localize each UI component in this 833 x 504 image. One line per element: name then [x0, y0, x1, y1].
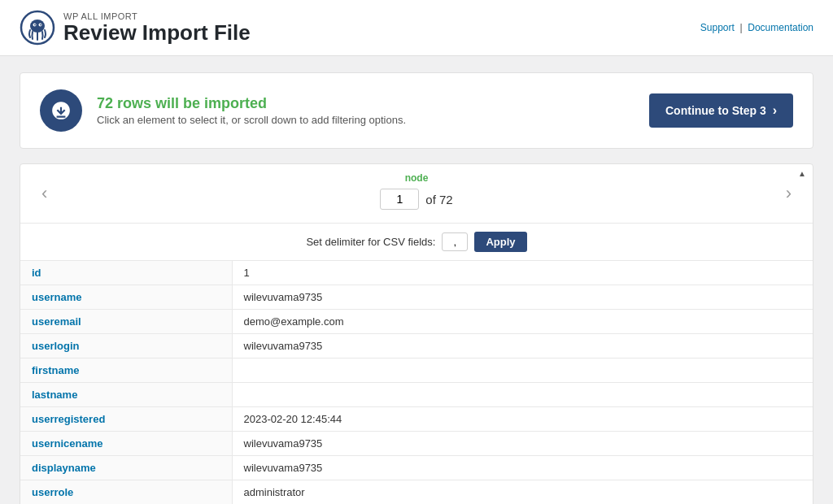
- review-panel: ▲ node ‹ of 72 › Set delimiter for CSV f…: [20, 163, 813, 504]
- table-row: username wilevuvama9735: [20, 285, 813, 310]
- table-row: displayname wilevuvama9735: [20, 456, 813, 480]
- svg-point-1: [30, 20, 45, 33]
- import-icon-circle: [40, 89, 82, 132]
- table-row: id 1: [20, 261, 813, 285]
- table-row: lastname: [20, 383, 813, 407]
- field-value: [232, 383, 813, 407]
- plugin-name: WP ALL IMPORT: [63, 11, 251, 21]
- logo-area: WP ALL IMPORT Review Import File: [20, 10, 251, 46]
- field-value: 1: [232, 261, 813, 285]
- field-name: useremail: [20, 310, 232, 334]
- main-content: 72 rows will be imported Click an elemen…: [0, 56, 833, 504]
- rows-count: 72 rows will be imported: [97, 95, 406, 112]
- logo-text: WP ALL IMPORT Review Import File: [63, 11, 251, 45]
- delimiter-label: Set delimiter for CSV fields:: [306, 236, 435, 248]
- top-header: WP ALL IMPORT Review Import File Support…: [0, 0, 833, 56]
- svg-point-5: [40, 24, 41, 26]
- field-value: [232, 358, 813, 383]
- table-row: userrole administrator: [20, 480, 813, 505]
- prev-page-button[interactable]: ‹: [33, 181, 55, 206]
- field-value: administrator: [232, 480, 813, 505]
- field-name: displayname: [20, 456, 232, 480]
- support-link[interactable]: Support: [700, 22, 735, 33]
- total-pages-text: of 72: [425, 193, 452, 206]
- table-row: usernicename wilevuvama9735: [20, 432, 813, 456]
- next-page-button[interactable]: ›: [778, 181, 800, 206]
- table-row: useremail demo@example.com: [20, 310, 813, 334]
- field-name: userregistered: [20, 407, 232, 432]
- field-value: wilevuvama9735: [232, 432, 813, 456]
- apply-button[interactable]: Apply: [474, 232, 526, 252]
- download-icon: [50, 100, 72, 121]
- field-name: firstname: [20, 358, 232, 383]
- node-label: node: [405, 172, 429, 184]
- header-links: Support | Documentation: [700, 22, 813, 33]
- nav-row: node ‹ of 72 ›: [20, 164, 813, 224]
- continue-to-step3-button[interactable]: Continue to Step 3 ›: [649, 93, 793, 128]
- field-value: 2023-02-20 12:45:44: [232, 407, 813, 432]
- data-table: id 1 username wilevuvama9735 useremail d…: [20, 261, 813, 504]
- field-value: wilevuvama9735: [232, 334, 813, 358]
- page-nav: of 72: [380, 189, 452, 210]
- page-number-input[interactable]: [380, 189, 419, 210]
- page-title: Review Import File: [63, 21, 251, 45]
- delimiter-row: Set delimiter for CSV fields: Apply: [20, 224, 813, 261]
- table-row: userregistered 2023-02-20 12:45:44: [20, 407, 813, 432]
- banner-left: 72 rows will be imported Click an elemen…: [40, 89, 406, 132]
- field-value: wilevuvama9735: [232, 456, 813, 480]
- field-name: userrole: [20, 480, 232, 505]
- field-name: userlogin: [20, 334, 232, 358]
- rows-sub: Click an element to select it, or scroll…: [97, 114, 406, 126]
- logo-icon: [20, 10, 55, 46]
- field-value: demo@example.com: [232, 310, 813, 334]
- table-row: userlogin wilevuvama9735: [20, 334, 813, 358]
- field-value: wilevuvama9735: [232, 285, 813, 310]
- banner-text: 72 rows will be imported Click an elemen…: [97, 95, 406, 126]
- arrow-right-icon: ›: [773, 103, 777, 118]
- field-name: username: [20, 285, 232, 310]
- documentation-link[interactable]: Documentation: [748, 22, 813, 33]
- field-name: usernicename: [20, 432, 232, 456]
- info-banner: 72 rows will be imported Click an elemen…: [20, 72, 813, 149]
- field-name: id: [20, 261, 232, 285]
- table-row: firstname: [20, 358, 813, 383]
- svg-point-4: [34, 24, 36, 26]
- delimiter-input[interactable]: [442, 232, 468, 251]
- field-name: lastname: [20, 383, 232, 407]
